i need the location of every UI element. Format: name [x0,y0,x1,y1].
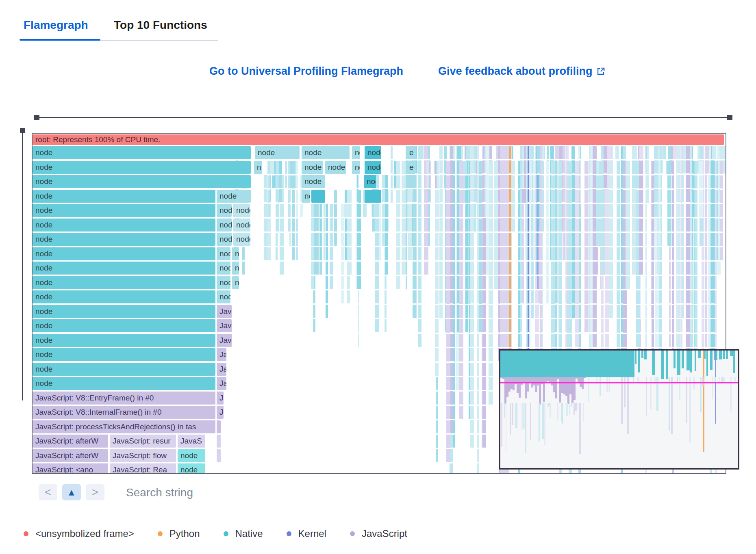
flame-frame[interactable]: node [233,233,250,246]
flame-frame[interactable]: node [232,262,239,275]
tab-top-10-functions[interactable]: Top 10 Functions [114,19,207,32]
frame-stripe [486,146,489,275]
minimap-viewport-line[interactable] [500,382,738,383]
flame-frame[interactable]: node [33,290,215,303]
flamegraph-minimap[interactable] [499,349,739,470]
flame-frame[interactable]: JavaScript: afterW [33,435,108,448]
flame-frame[interactable]: node [33,377,215,390]
flame-frame[interactable]: e [406,146,415,159]
flame-frame[interactable]: JavaScript: [217,319,232,332]
flame-frame[interactable]: node [33,204,215,217]
flame-frame[interactable]: node [217,204,232,217]
flame-frame[interactable]: node [217,262,230,275]
flame-frame[interactable]: node [352,146,360,159]
flame-frame[interactable]: JavaS [178,435,205,448]
horizontal-brush-handle-right[interactable] [727,115,732,120]
flame-frame[interactable]: node [217,276,230,289]
flame-frame[interactable]: n [254,161,262,174]
flame-frame[interactable] [311,190,325,203]
legend-dot-icon [224,531,228,536]
flame-frame[interactable]: node [255,146,300,159]
flame-frame[interactable]: node [178,449,205,462]
flame-frame[interactable]: JavaScript: [217,392,224,405]
previous-match-button[interactable]: < [39,484,57,500]
flame-frame[interactable]: JavaScript: [217,377,226,390]
flame-frame[interactable] [406,175,415,188]
flame-frame[interactable]: node [325,161,346,174]
vertical-brush-handle[interactable] [20,128,25,133]
flame-frame[interactable]: node [302,175,325,188]
search-input[interactable] [125,484,330,501]
flame-frame[interactable]: node [233,219,250,232]
flame-frame[interactable]: JavaScript: processTicksAndRejections() … [33,420,215,433]
flame-frame[interactable]: node [217,219,232,232]
flame-frame[interactable]: JavaScript: [217,406,224,419]
flame-frame[interactable]: node [33,175,251,188]
flame-frame[interactable]: JavaScript: <ano [33,463,108,473]
minimap-texture [579,403,581,454]
flame-frame[interactable]: JavaScript: Rea [110,463,176,473]
flame-frame[interactable]: node [33,190,215,203]
flame-frame[interactable]: JavaScript: afterW [33,449,108,462]
horizontal-brush-track[interactable] [37,117,730,118]
frame-stripe [459,161,463,419]
flame-frame[interactable]: node [217,233,232,246]
flame-root-frame[interactable]: root: Represents 100% of CPU time. [33,134,724,145]
flame-frame[interactable]: node [33,233,215,246]
flame-frame[interactable]: node [33,219,215,232]
vertical-brush-track[interactable] [22,129,23,400]
flame-frame[interactable]: node [33,276,215,289]
give-feedback-link[interactable]: Give feedback about profiling [438,65,605,78]
flame-frame[interactable]: node [233,204,250,217]
flame-frame[interactable]: node [33,247,215,260]
next-match-button[interactable]: > [86,484,104,500]
flame-frame[interactable]: JavaScript: resur [110,435,176,448]
flame-frame[interactable]: node [217,247,230,260]
flame-frame[interactable]: JavaScript: V8::InternalFrame() in #0 [33,406,215,419]
flame-frame[interactable]: node [33,305,215,318]
flame-frame[interactable]: node [33,146,251,159]
flame-frame[interactable]: node [364,175,376,188]
flame-frame[interactable]: node [33,334,215,347]
flame-frame[interactable]: node [33,319,215,332]
flame-frame[interactable]: node [365,161,381,174]
flame-frame[interactable]: e [406,161,415,174]
tab-flamegraph[interactable]: Flamegraph [24,19,88,32]
flame-frame[interactable]: node [365,146,381,159]
flame-frame[interactable]: JavaScript: flow [110,449,176,462]
flame-frame[interactable]: JavaScript: [217,334,232,347]
flame-frame[interactable]: node [33,161,251,174]
flame-frame[interactable]: node [232,247,239,260]
flame-frame[interactable]: node [217,190,251,203]
flame-frame[interactable]: node [302,161,323,174]
flame-frame[interactable]: node [33,262,215,275]
flame-frame[interactable]: node [302,146,350,159]
flame-frame[interactable]: JavaScript: [217,305,232,318]
frame-stripe [439,146,443,318]
flame-frame[interactable] [365,190,381,203]
minimap-texture [677,351,680,375]
flame-frame[interactable] [217,420,221,433]
flame-frame[interactable]: node [352,161,360,174]
legend-item: Kernel [287,528,326,539]
flame-frame[interactable]: node [217,290,230,303]
flame-frame[interactable]: JavaScript: [217,363,226,376]
horizontal-brush-handle-left[interactable] [34,115,39,120]
go-to-universal-profiling-link[interactable]: Go to Universal Profiling Flamegraph [209,65,403,78]
flame-frame[interactable]: node [33,348,215,361]
minimap-texture [606,377,608,392]
flame-frame[interactable] [217,435,221,448]
minimap-texture [569,403,570,415]
flame-frame[interactable] [217,449,221,462]
flame-frame[interactable]: JavaScript: V8::EntryFrame() in #0 [33,392,215,405]
flame-frame[interactable]: node [302,190,310,203]
scroll-to-top-button[interactable]: ▲ [62,484,81,500]
minimap-texture [557,403,558,420]
frame-stripe [555,146,559,159]
flame-frame[interactable]: node [178,463,205,473]
flame-frame[interactable]: node [232,276,239,289]
frame-stripe [654,146,658,217]
flame-frame[interactable]: JavaScript: [217,348,226,361]
flame-frame[interactable]: node [33,363,215,376]
frame-stripe [626,161,630,289]
